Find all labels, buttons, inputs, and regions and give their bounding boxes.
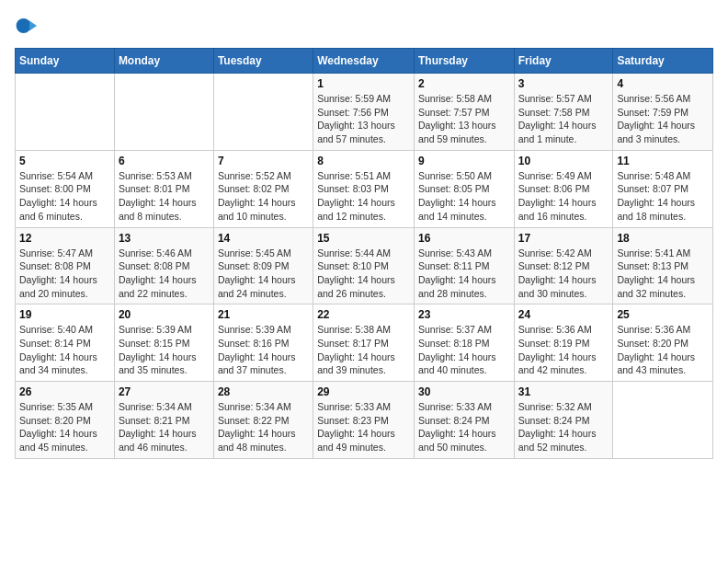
calendar-cell: [114, 74, 213, 151]
calendar-cell: 24Sunrise: 5:36 AM Sunset: 8:19 PM Dayli…: [514, 304, 613, 382]
day-info: Sunrise: 5:44 AM Sunset: 8:10 PM Dayligh…: [317, 247, 410, 301]
calendar-cell: 14Sunrise: 5:45 AM Sunset: 8:09 PM Dayli…: [213, 227, 313, 304]
calendar-cell: 26Sunrise: 5:35 AM Sunset: 8:20 PM Dayli…: [16, 382, 115, 459]
calendar-week-row: 5Sunrise: 5:54 AM Sunset: 8:00 PM Daylig…: [16, 150, 713, 227]
calendar-cell: [613, 382, 713, 459]
day-info: Sunrise: 5:53 AM Sunset: 8:01 PM Dayligh…: [119, 169, 210, 224]
day-number: 15: [317, 232, 410, 245]
calendar-cell: [213, 74, 313, 151]
day-info: Sunrise: 5:51 AM Sunset: 8:03 PM Dayligh…: [317, 169, 410, 224]
calendar-cell: 16Sunrise: 5:43 AM Sunset: 8:11 PM Dayli…: [414, 227, 514, 304]
day-number: 9: [418, 155, 510, 167]
page-header: [15, 15, 713, 37]
calendar-cell: 8Sunrise: 5:51 AM Sunset: 8:03 PM Daylig…: [313, 150, 415, 227]
calendar-cell: [16, 74, 115, 151]
day-info: Sunrise: 5:42 AM Sunset: 8:12 PM Dayligh…: [518, 247, 609, 301]
day-number: 1: [317, 77, 410, 90]
day-number: 10: [518, 155, 609, 167]
svg-point-0: [17, 18, 31, 33]
day-number: 21: [218, 308, 309, 321]
day-info: Sunrise: 5:32 AM Sunset: 8:24 PM Dayligh…: [518, 400, 609, 454]
day-info: Sunrise: 5:50 AM Sunset: 8:05 PM Dayligh…: [418, 169, 510, 224]
day-info: Sunrise: 5:59 AM Sunset: 7:56 PM Dayligh…: [317, 92, 410, 146]
day-number: 29: [317, 385, 410, 398]
calendar-week-row: 12Sunrise: 5:47 AM Sunset: 8:08 PM Dayli…: [16, 227, 713, 304]
calendar-cell: 4Sunrise: 5:56 AM Sunset: 7:59 PM Daylig…: [613, 74, 713, 151]
day-number: 16: [418, 232, 510, 245]
header-day: Wednesday: [313, 49, 415, 74]
calendar-cell: 13Sunrise: 5:46 AM Sunset: 8:08 PM Dayli…: [114, 227, 213, 304]
day-number: 30: [418, 385, 510, 398]
day-info: Sunrise: 5:43 AM Sunset: 8:11 PM Dayligh…: [418, 247, 510, 301]
day-number: 6: [119, 155, 210, 167]
day-number: 13: [119, 232, 210, 245]
calendar-cell: 21Sunrise: 5:39 AM Sunset: 8:16 PM Dayli…: [213, 304, 313, 382]
day-info: Sunrise: 5:38 AM Sunset: 8:17 PM Dayligh…: [317, 323, 410, 377]
day-number: 26: [19, 385, 110, 398]
day-info: Sunrise: 5:34 AM Sunset: 8:21 PM Dayligh…: [119, 400, 210, 454]
calendar-cell: 29Sunrise: 5:33 AM Sunset: 8:23 PM Dayli…: [313, 382, 415, 459]
day-number: 23: [418, 308, 510, 321]
svg-marker-1: [29, 20, 37, 30]
header-day: Monday: [114, 49, 213, 74]
logo: [15, 15, 40, 37]
day-info: Sunrise: 5:47 AM Sunset: 8:08 PM Dayligh…: [19, 247, 110, 301]
day-number: 25: [617, 308, 709, 321]
calendar-cell: 22Sunrise: 5:38 AM Sunset: 8:17 PM Dayli…: [313, 304, 415, 382]
day-number: 31: [518, 385, 609, 398]
calendar-cell: 23Sunrise: 5:37 AM Sunset: 8:18 PM Dayli…: [414, 304, 514, 382]
day-info: Sunrise: 5:39 AM Sunset: 8:16 PM Dayligh…: [218, 323, 309, 377]
day-info: Sunrise: 5:41 AM Sunset: 8:13 PM Dayligh…: [617, 247, 709, 301]
calendar-cell: 2Sunrise: 5:58 AM Sunset: 7:57 PM Daylig…: [414, 74, 514, 151]
calendar-week-row: 19Sunrise: 5:40 AM Sunset: 8:14 PM Dayli…: [16, 304, 713, 382]
day-info: Sunrise: 5:54 AM Sunset: 8:00 PM Dayligh…: [19, 169, 110, 224]
day-number: 20: [119, 308, 210, 321]
day-info: Sunrise: 5:45 AM Sunset: 8:09 PM Dayligh…: [218, 247, 309, 301]
calendar-cell: 17Sunrise: 5:42 AM Sunset: 8:12 PM Dayli…: [514, 227, 613, 304]
day-info: Sunrise: 5:33 AM Sunset: 8:23 PM Dayligh…: [317, 400, 410, 454]
day-number: 11: [617, 155, 709, 167]
day-info: Sunrise: 5:46 AM Sunset: 8:08 PM Dayligh…: [119, 247, 210, 301]
calendar-cell: 1Sunrise: 5:59 AM Sunset: 7:56 PM Daylig…: [313, 74, 415, 151]
day-number: 18: [617, 232, 709, 245]
day-info: Sunrise: 5:49 AM Sunset: 8:06 PM Dayligh…: [518, 169, 609, 224]
day-number: 22: [317, 308, 410, 321]
day-number: 12: [19, 232, 110, 245]
day-info: Sunrise: 5:34 AM Sunset: 8:22 PM Dayligh…: [218, 400, 309, 454]
day-number: 2: [418, 77, 510, 90]
calendar-cell: 28Sunrise: 5:34 AM Sunset: 8:22 PM Dayli…: [213, 382, 313, 459]
calendar-cell: 3Sunrise: 5:57 AM Sunset: 7:58 PM Daylig…: [514, 74, 613, 151]
header-day: Saturday: [613, 49, 713, 74]
calendar-cell: 25Sunrise: 5:36 AM Sunset: 8:20 PM Dayli…: [613, 304, 713, 382]
day-info: Sunrise: 5:56 AM Sunset: 7:59 PM Dayligh…: [617, 92, 709, 146]
header-day: Sunday: [16, 49, 115, 74]
calendar-cell: 20Sunrise: 5:39 AM Sunset: 8:15 PM Dayli…: [114, 304, 213, 382]
logo-icon: [15, 15, 37, 37]
calendar-cell: 11Sunrise: 5:48 AM Sunset: 8:07 PM Dayli…: [613, 150, 713, 227]
day-info: Sunrise: 5:52 AM Sunset: 8:02 PM Dayligh…: [218, 169, 309, 224]
header-day: Tuesday: [213, 49, 313, 74]
header-day: Thursday: [414, 49, 514, 74]
day-number: 7: [218, 155, 309, 167]
day-info: Sunrise: 5:40 AM Sunset: 8:14 PM Dayligh…: [19, 323, 110, 377]
day-number: 24: [518, 308, 609, 321]
day-info: Sunrise: 5:58 AM Sunset: 7:57 PM Dayligh…: [418, 92, 510, 146]
calendar-cell: 6Sunrise: 5:53 AM Sunset: 8:01 PM Daylig…: [114, 150, 213, 227]
calendar-cell: 10Sunrise: 5:49 AM Sunset: 8:06 PM Dayli…: [514, 150, 613, 227]
day-number: 19: [19, 308, 110, 321]
calendar-week-row: 26Sunrise: 5:35 AM Sunset: 8:20 PM Dayli…: [16, 382, 713, 459]
calendar-cell: 7Sunrise: 5:52 AM Sunset: 8:02 PM Daylig…: [213, 150, 313, 227]
header-day: Friday: [514, 49, 613, 74]
day-number: 5: [19, 155, 110, 167]
day-info: Sunrise: 5:36 AM Sunset: 8:20 PM Dayligh…: [617, 323, 709, 377]
day-number: 27: [119, 385, 210, 398]
calendar-week-row: 1Sunrise: 5:59 AM Sunset: 7:56 PM Daylig…: [16, 74, 713, 151]
calendar-cell: 31Sunrise: 5:32 AM Sunset: 8:24 PM Dayli…: [514, 382, 613, 459]
day-info: Sunrise: 5:57 AM Sunset: 7:58 PM Dayligh…: [518, 92, 609, 146]
calendar-cell: 18Sunrise: 5:41 AM Sunset: 8:13 PM Dayli…: [613, 227, 713, 304]
calendar-cell: 12Sunrise: 5:47 AM Sunset: 8:08 PM Dayli…: [16, 227, 115, 304]
day-info: Sunrise: 5:36 AM Sunset: 8:19 PM Dayligh…: [518, 323, 609, 377]
day-number: 8: [317, 155, 410, 167]
day-info: Sunrise: 5:33 AM Sunset: 8:24 PM Dayligh…: [418, 400, 510, 454]
day-number: 28: [218, 385, 309, 398]
